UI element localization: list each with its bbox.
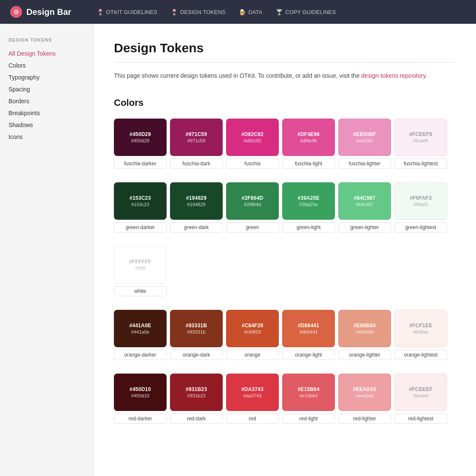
logo[interactable]: ⊙ Design Bar	[10, 6, 71, 18]
nav-item-copy[interactable]: 🍸 COPY GUIDELINES	[271, 6, 341, 18]
color-swatch-white: #FFFFFF#ffffff	[114, 246, 167, 283]
color-label-fuschia: fuschia	[226, 159, 279, 169]
color-swatch-orange-lighter: #E69B84#e69b84	[338, 310, 391, 347]
data-label: DATA	[248, 9, 262, 15]
color-item-orange-dark: #83331B#83331borange-dark	[170, 310, 223, 360]
color-label-red-dark: red-dark	[170, 414, 223, 424]
color-item-fuschia-dark: #971C59#971c59fuschia-dark	[170, 119, 223, 169]
swatch-hex-lower-green-light: #39a25e	[300, 202, 318, 207]
color-label-green-lighter: green-lighter	[338, 222, 391, 232]
swatch-hex-upper-red-lighter: #EEA0A5	[353, 386, 376, 392]
sidebar-item-typography[interactable]: Typography	[8, 71, 85, 83]
color-label-fuschia-lighter: fuschia-lighter	[338, 159, 391, 169]
color-swatch-orange: #C84F29#c84f29	[226, 310, 279, 347]
swatch-hex-lower-green-lighter: #64c987	[356, 202, 374, 207]
swatch-hex-lower-orange-dark: #83331b	[187, 329, 206, 334]
swatch-hex-upper-green-light: #39A25E	[298, 195, 320, 201]
color-item-fuschia-light: #DF4E96#df4e96fuschia-light	[282, 119, 335, 169]
color-swatch-red-lightest: #FCEEEF#fceeef	[394, 374, 447, 411]
swatch-hex-lower-green-lightest: #f0faf3	[414, 202, 428, 207]
color-swatch-fuschia-lightest: #FCEEF5#fceef5	[394, 119, 447, 156]
color-item-green-lightest: #F0FAF3#f0faf3green-lightest	[394, 182, 447, 232]
nav-items: 🍷 OTKIT GUIDELINES 🍷 DESIGN TOKENS 🍺 DAT…	[92, 6, 341, 18]
color-group-green: #153C23#153c23green-darker#194829#194829…	[114, 182, 456, 232]
color-item-orange-light: #D86441#d86441orange-light	[282, 310, 335, 360]
color-swatch-green-lighter: #64C987#64c987	[338, 182, 391, 220]
guidelines-label: OTKIT GUIDELINES	[106, 9, 157, 15]
swatch-hex-upper-green-darker: #153C23	[130, 195, 151, 201]
color-swatch-fuschia-lighter: #EB93BF#eb93bf	[338, 119, 391, 156]
color-label-red-darker: red-darker	[114, 414, 167, 424]
swatch-hex-upper-orange-lightest: #FCF1EE	[409, 323, 432, 329]
color-swatch-green-darker: #153C23#153c23	[114, 182, 167, 220]
color-item-red-darker: #450D10#450d10red-darker	[114, 374, 167, 424]
main-content: Design Tokens This page shows current de…	[94, 24, 476, 476]
sidebar-item-colors[interactable]: Colors	[8, 60, 85, 71]
swatch-hex-upper-orange: #C84F29	[241, 323, 263, 329]
color-label-fuschia-darker: fuschia-darker	[114, 159, 167, 169]
color-swatch-fuschia: #D82C82#d82c82	[226, 119, 279, 156]
swatch-hex-lower-orange-light: #d86441	[300, 329, 318, 334]
description-link[interactable]: design-tokens repository	[361, 72, 425, 79]
swatch-hex-upper-red: #DA3743	[241, 386, 264, 392]
swatch-hex-lower-orange-lighter: #e69b84	[356, 329, 374, 334]
color-item-red-dark: #931B23#931b23red-dark	[170, 374, 223, 424]
color-label-orange-light: orange-light	[282, 350, 335, 360]
swatch-hex-upper-fuschia: #D82C82	[241, 131, 264, 137]
tokens-label: DESIGN TOKENS	[180, 9, 225, 15]
swatch-hex-upper-white: #FFFFFF	[129, 259, 151, 265]
swatch-hex-lower-red-dark: #931b23	[187, 393, 206, 398]
sidebar-item-all-tokens[interactable]: All Design Tokens	[8, 48, 85, 60]
color-swatch-green-light: #39A25E#39a25e	[282, 182, 335, 220]
nav-item-guidelines[interactable]: 🍷 OTKIT GUIDELINES	[92, 6, 162, 18]
swatch-hex-upper-red-lightest: #FCEEEF	[409, 386, 433, 392]
swatch-hex-upper-green: #2F864D	[241, 195, 263, 201]
swatch-hex-upper-orange-dark: #83331B	[186, 323, 207, 329]
color-item-green-light: #39A25E#39a25egreen-light	[282, 182, 335, 232]
swatch-hex-upper-fuschia-darker: #450D29	[130, 131, 151, 137]
sidebar-item-icons[interactable]: Icons	[8, 131, 85, 143]
swatch-hex-upper-green-lighter: #64C987	[354, 195, 375, 201]
sidebar-item-borders[interactable]: Borders	[8, 95, 85, 107]
sidebar-item-breakpoints[interactable]: Breakpoints	[8, 107, 85, 119]
color-swatch-orange-dark: #83331B#83331b	[170, 310, 223, 347]
page-description: This page shows current design tokens us…	[114, 71, 456, 80]
guidelines-emoji: 🍷	[97, 9, 104, 15]
color-item-red-lighter: #EEA0A5#eea0a5red-lighter	[338, 374, 391, 424]
color-label-red-lightest: red-lightest	[394, 414, 447, 424]
color-item-fuschia-darker: #450D29#450d29fuschia-darker	[114, 119, 167, 169]
color-label-red: red	[226, 414, 279, 424]
color-item-green: #2F864D#2f864dgreen	[226, 182, 279, 232]
color-swatch-orange-lightest: #FCF1EE#fcf1ee	[394, 310, 447, 347]
color-swatch-red-dark: #931B23#931b23	[170, 374, 223, 411]
title-divider	[114, 62, 456, 62]
sidebar: DESIGN TOKENS All Design Tokens Colors T…	[0, 24, 94, 476]
tokens-emoji: 🍷	[171, 9, 178, 15]
color-swatch-fuschia-light: #DF4E96#df4e96	[282, 119, 335, 156]
swatch-hex-lower-white: #ffffff	[135, 266, 145, 271]
color-swatch-row-orange: #441A0E#441a0eorange-darker#83331B#83331…	[114, 310, 456, 360]
color-swatch-green-lightest: #F0FAF3#f0faf3	[394, 182, 447, 220]
swatch-hex-lower-green-darker: #153c23	[131, 202, 149, 207]
swatch-hex-lower-red-darker: #450d10	[131, 393, 150, 398]
page-title: Design Tokens	[114, 41, 456, 55]
color-label-red-light: red-light	[282, 414, 335, 424]
color-item-green-lighter: #64C987#64c987green-lighter	[338, 182, 391, 232]
layout: DESIGN TOKENS All Design Tokens Colors T…	[0, 24, 476, 476]
color-item-red: #DA3743#da3743red	[226, 374, 279, 424]
nav-item-data[interactable]: 🍺 DATA	[234, 6, 267, 18]
swatch-hex-upper-fuschia-dark: #971C59	[186, 131, 207, 137]
swatch-hex-upper-red-darker: #450D10	[130, 386, 151, 392]
description-end: .	[425, 72, 427, 79]
color-label-green-light: green-light	[282, 222, 335, 232]
color-item-white: #FFFFFF#ffffffwhite	[114, 246, 167, 296]
colors-heading: Colors	[114, 97, 456, 108]
sidebar-item-spacing[interactable]: Spacing	[8, 83, 85, 95]
logo-text: Design Bar	[26, 7, 71, 17]
color-swatch-row-green: #153C23#153c23green-darker#194829#194829…	[114, 182, 456, 232]
sidebar-item-shadows[interactable]: Shadows	[8, 119, 85, 131]
data-emoji: 🍺	[239, 9, 246, 15]
color-swatch-row-white: #FFFFFF#ffffffwhite	[114, 246, 456, 296]
swatch-hex-upper-green-dark: #194829	[186, 195, 207, 201]
nav-item-tokens[interactable]: 🍷 DESIGN TOKENS	[166, 6, 230, 18]
